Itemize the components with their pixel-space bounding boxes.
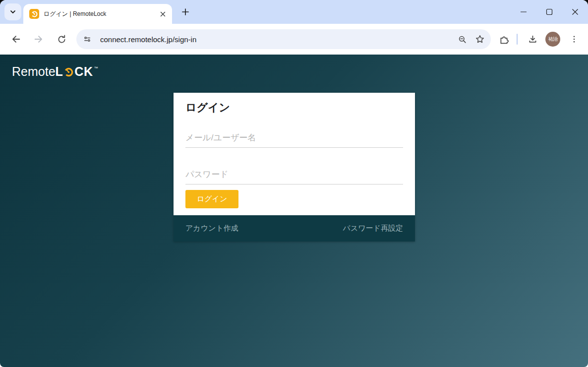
browser-menu-button[interactable] [565,30,583,48]
email-username-field[interactable] [185,133,403,148]
maximize-button[interactable] [536,0,562,24]
downloads-button[interactable] [524,30,541,48]
close-icon [160,11,166,17]
logo-text-l: L [56,64,63,79]
lock-dial-icon [63,67,74,77]
zoom-button[interactable] [454,31,470,47]
login-card-body: ログイン ログイン [174,93,415,215]
site-settings-button[interactable] [79,31,95,47]
browser-toolbar: connect.remotelock.jp/sign-in [0,24,588,55]
logo-text-remote: Remote [12,64,56,79]
close-window-button[interactable] [562,0,588,24]
close-window-icon [572,8,579,15]
window-controls [511,0,588,24]
login-title: ログイン [185,100,403,115]
bookmark-button[interactable] [472,31,488,47]
tab-title: ログイン | RemoteLock [44,10,154,18]
extensions-button[interactable] [495,30,513,48]
maximize-icon [546,8,553,15]
back-arrow-icon [10,34,21,45]
password-field[interactable] [185,170,403,184]
logo-trademark: ™ [94,66,98,70]
active-tab[interactable]: ログイン | RemoteLock [23,4,172,24]
star-icon [475,34,485,44]
new-tab-button[interactable] [177,3,194,20]
forward-button[interactable] [29,29,49,49]
forward-arrow-icon [33,34,44,45]
zoom-out-icon [458,35,467,44]
plus-icon [181,8,189,16]
tab-strip: ログイン | RemoteLock [0,0,588,24]
browser-window: ログイン | RemoteLock [0,0,588,367]
reset-password-link[interactable]: パスワード再設定 [343,224,403,233]
chevron-down-icon [9,8,16,15]
tab-search-button[interactable] [4,3,21,20]
download-icon [528,34,538,45]
puzzle-icon [499,34,509,45]
minimize-icon [520,8,527,15]
profile-avatar[interactable]: 祐治 [545,32,560,47]
login-card-footer: アカウント作成 パスワード再設定 [174,215,415,242]
toolbar-separator [517,34,518,45]
create-account-link[interactable]: アカウント作成 [185,224,238,233]
remotelock-favicon-icon [29,9,39,19]
tune-icon [83,35,92,44]
profile-initials: 祐治 [548,36,557,43]
remotelock-logo: RemoteL CK™ [12,64,98,79]
logo-text-ck: CK [74,64,93,79]
page-content: RemoteL CK™ ログイン ログイン アカウント作成 パスワード再設定 [0,55,588,367]
url-text[interactable]: connect.remotelock.jp/sign-in [100,35,452,44]
login-card: ログイン ログイン アカウント作成 パスワード再設定 [174,93,415,242]
kebab-menu-icon [570,35,579,44]
reload-button[interactable] [52,29,71,49]
back-button[interactable] [6,29,26,49]
address-bar[interactable]: connect.remotelock.jp/sign-in [76,29,491,49]
reload-icon [57,34,67,45]
tab-close-button[interactable] [158,9,167,18]
minimize-button[interactable] [511,0,536,24]
login-button[interactable]: ログイン [185,190,238,208]
